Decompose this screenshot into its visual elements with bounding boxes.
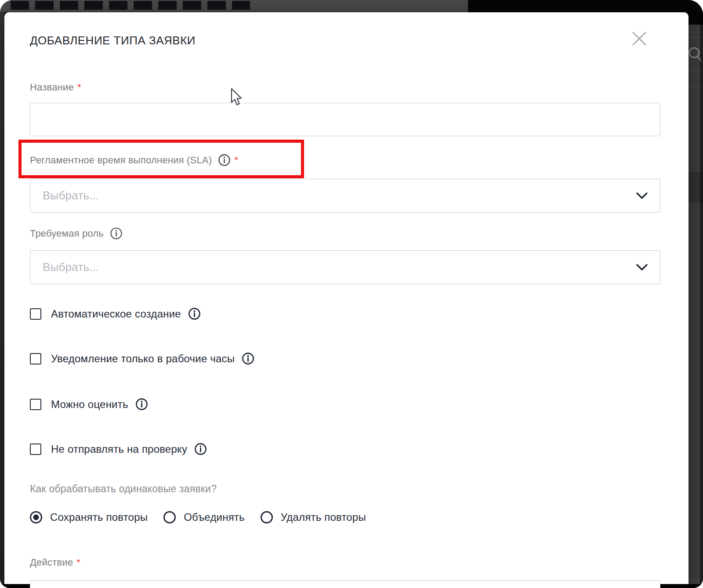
radio-label: Удалять повторы [281,511,366,523]
checkbox-no-review[interactable] [30,444,41,455]
checkbox-can-rate[interactable] [30,399,41,410]
checkbox-label: Можно оценить [51,398,128,411]
action-field-label-row: Действие * [30,557,80,568]
dimmed-page-heading-fragment [11,1,250,10]
name-field-label-row: Название * [30,82,81,93]
checkbox-label: Уведомление только в рабочие часы [51,353,235,365]
name-input[interactable] [30,103,660,136]
radio-option-delete-duplicates[interactable]: Удалять повторы [261,511,366,523]
info-icon[interactable] [110,227,123,240]
radio-unselected[interactable] [163,511,176,523]
chevron-down-icon [635,192,649,200]
radio-option-merge[interactable]: Объединять [163,511,245,523]
chevron-down-icon [635,263,649,271]
add-request-type-modal: ДОБАВЛЕНИЕ ТИПА ЗАЯВКИ Название * Реглам… [4,12,689,584]
info-icon[interactable] [242,352,254,365]
window-edge-shade [700,0,703,584]
action-input[interactable] [30,581,660,588]
info-icon[interactable] [194,443,207,455]
checkbox-row-auto-create: Автоматическое создание [30,307,201,320]
duplicates-question: Как обрабатывать одинаковые заявки? [30,483,217,495]
checkbox-label: Автоматическое создание [51,308,181,320]
radio-option-keep-duplicates[interactable]: Сохранять повторы [30,511,148,523]
checkbox-notify-working-hours[interactable] [30,353,41,364]
checkbox-label: Не отправлять на проверку [51,443,187,455]
action-field-label: Действие [30,557,73,568]
checkbox-auto-create[interactable] [30,308,41,320]
dimmed-page-right-edge [689,0,703,584]
dimmed-page-left-edge [0,12,4,584]
dimmed-page-toolbar-fragment [468,0,703,13]
required-asterisk: * [76,557,80,568]
sla-select[interactable]: Выбрать... [30,179,660,213]
checkbox-row-can-rate: Можно оценить [30,398,148,411]
screenshot-root: ДОБАВЛЕНИЕ ТИПА ЗАЯВКИ Название * Реглам… [0,0,703,588]
info-icon[interactable] [135,398,148,411]
close-icon[interactable] [631,31,647,47]
role-field-label: Требуемая роль [30,228,104,239]
sla-field-label-row: Регламентное время выполнения (SLA) * [30,154,238,166]
dimmed-page-header [0,0,703,12]
radio-unselected[interactable] [261,511,273,523]
radio-label: Сохранять повторы [50,511,148,523]
info-icon[interactable] [188,307,201,320]
checkbox-row-no-review: Не отправлять на проверку [30,443,207,455]
role-select-placeholder: Выбрать... [43,260,99,274]
required-asterisk: * [77,82,81,93]
required-asterisk: * [234,155,238,166]
info-icon[interactable] [218,154,231,166]
sla-field-label: Регламентное время выполнения (SLA) [30,155,212,166]
duplicates-radio-group: Сохранять повторы Объединять Удалять пов… [30,511,366,523]
sla-select-placeholder: Выбрать... [43,189,99,202]
checkbox-row-notify-working-hours: Уведомление только в рабочие часы [30,352,254,365]
name-field-label: Название [30,82,74,93]
role-field-label-row: Требуемая роль [30,227,123,240]
radio-selected[interactable] [30,511,42,523]
role-select[interactable]: Выбрать... [30,250,660,284]
radio-label: Объединять [184,511,245,523]
modal-title: ДОБАВЛЕНИЕ ТИПА ЗАЯВКИ [30,34,196,47]
